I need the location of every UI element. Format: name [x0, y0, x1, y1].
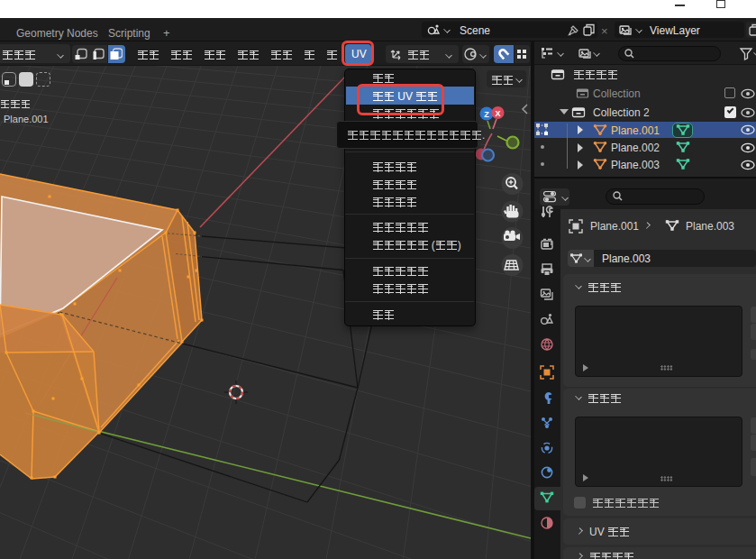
- svg-text:X: X: [495, 109, 500, 118]
- svg-text:Z: Z: [484, 110, 489, 119]
